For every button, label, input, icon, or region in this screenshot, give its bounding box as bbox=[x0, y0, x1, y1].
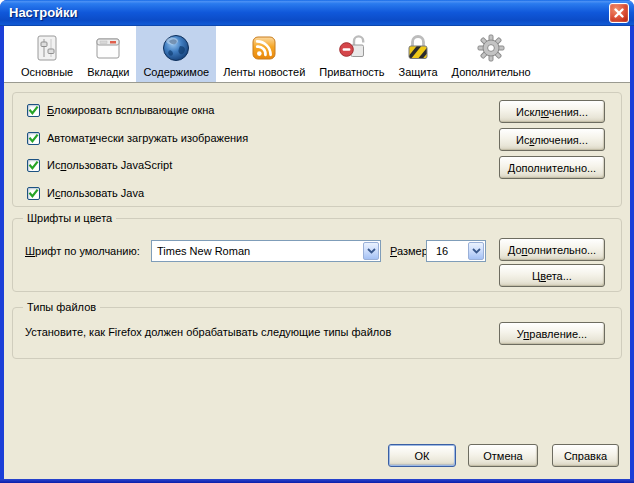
selected-size-value: 16 bbox=[427, 245, 467, 257]
tab-feeds[interactable]: Ленты новостей bbox=[216, 26, 312, 82]
titlebar[interactable]: Настройки bbox=[0, 0, 634, 26]
tab-label: Ленты новостей bbox=[223, 66, 305, 78]
browsing-options-group: Блокировать всплывающие окна Автоматичес… bbox=[12, 92, 622, 207]
tab-label: Защита bbox=[399, 66, 438, 78]
close-button[interactable] bbox=[609, 3, 629, 23]
tab-label: Содержимое bbox=[143, 66, 209, 78]
striped-padlock-icon bbox=[402, 32, 434, 64]
popup-exceptions-button[interactable]: Исключения... bbox=[499, 100, 605, 123]
tab-strip: Основные Вкладки bbox=[4, 26, 630, 83]
button-label: Цвета... bbox=[532, 270, 572, 282]
rss-icon bbox=[248, 32, 280, 64]
tab-advanced[interactable]: Дополнительно bbox=[445, 26, 538, 82]
unlocked-padlock-icon bbox=[336, 32, 368, 64]
fonts-advanced-button[interactable]: Дополнительно... bbox=[499, 238, 605, 261]
button-label: Отмена bbox=[483, 450, 522, 462]
file-types-legend: Типы файлов bbox=[23, 301, 100, 313]
checkmark-icon bbox=[28, 133, 39, 143]
tab-general[interactable]: Основные bbox=[14, 26, 80, 82]
checkbox-row-enable-javascript: Использовать JavaScript bbox=[27, 157, 172, 173]
cancel-button[interactable]: Отмена bbox=[468, 444, 538, 467]
button-label: ОК bbox=[415, 450, 430, 462]
button-label: Исключения... bbox=[516, 106, 588, 118]
checkbox-row-block-popups: Блокировать всплывающие окна bbox=[27, 102, 214, 118]
checkbox-label: Использовать Java bbox=[47, 187, 144, 199]
checkbox-label: Блокировать всплывающие окна bbox=[47, 104, 214, 116]
enable-java-checkbox[interactable] bbox=[27, 187, 40, 200]
checkbox-row-load-images: Автоматически загружать изображения bbox=[27, 130, 248, 146]
javascript-advanced-button[interactable]: Дополнительно... bbox=[499, 156, 605, 179]
button-label: Исключения... bbox=[516, 134, 588, 146]
enable-javascript-checkbox[interactable] bbox=[27, 159, 40, 172]
manage-file-types-button[interactable]: Управление... bbox=[499, 322, 605, 345]
tab-label: Вкладки bbox=[87, 66, 129, 78]
tab-tabs[interactable]: Вкладки bbox=[80, 26, 136, 82]
size-label: Размер: bbox=[390, 245, 431, 257]
ok-button[interactable]: ОК bbox=[388, 444, 456, 467]
chevron-down-icon bbox=[468, 242, 484, 260]
default-font-label: Шрифт по умолчанию: bbox=[25, 245, 140, 257]
checkbox-row-enable-java: Использовать Java bbox=[27, 185, 144, 201]
checkbox-label: Использовать JavaScript bbox=[47, 159, 172, 171]
fonts-colors-legend: Шрифты и цвета bbox=[23, 212, 116, 224]
tab-content[interactable]: Содержимое bbox=[136, 26, 216, 82]
tab-label: Основные bbox=[21, 66, 73, 78]
selected-font-value: Times New Roman bbox=[152, 245, 362, 257]
image-exceptions-button[interactable]: Исключения... bbox=[499, 128, 605, 151]
checkmark-icon bbox=[28, 188, 39, 198]
content-panel: Блокировать всплывающие окна Автоматичес… bbox=[4, 83, 630, 479]
tab-label: Приватность bbox=[319, 66, 384, 78]
window-title: Настройки bbox=[9, 5, 78, 20]
help-button[interactable]: Справка bbox=[552, 444, 619, 467]
checkbox-label: Автоматически загружать изображения bbox=[47, 132, 248, 144]
button-label: Дополнительно... bbox=[508, 244, 596, 256]
chevron-down-icon bbox=[363, 242, 379, 260]
fonts-colors-group: Шрифты и цвета Шрифт по умолчанию: Times… bbox=[12, 218, 622, 292]
button-label: Управление... bbox=[517, 328, 587, 340]
load-images-checkbox[interactable] bbox=[27, 132, 40, 145]
globe-icon bbox=[160, 32, 192, 64]
tab-privacy[interactable]: Приватность bbox=[312, 26, 391, 82]
button-label: Дополнительно... bbox=[508, 162, 596, 174]
font-size-select[interactable]: 16 bbox=[426, 240, 486, 262]
browser-window-icon bbox=[92, 32, 124, 64]
colors-button[interactable]: Цвета... bbox=[499, 264, 605, 287]
close-icon bbox=[613, 7, 625, 19]
checkmark-icon bbox=[28, 105, 39, 115]
default-font-select[interactable]: Times New Roman bbox=[151, 240, 381, 262]
settings-window: Настройки Основные bbox=[0, 0, 634, 483]
button-label: Справка bbox=[564, 450, 607, 462]
dialog-body: Основные Вкладки bbox=[4, 26, 630, 479]
tab-security[interactable]: Защита bbox=[392, 26, 445, 82]
checkmark-icon bbox=[28, 160, 39, 170]
block-popups-checkbox[interactable] bbox=[27, 104, 40, 117]
file-types-description: Установите, как Firefox должен обрабатыв… bbox=[25, 326, 391, 338]
tab-label: Дополнительно bbox=[452, 66, 531, 78]
sliders-icon bbox=[31, 32, 63, 64]
file-types-group: Типы файлов Установите, как Firefox долж… bbox=[12, 307, 622, 359]
gear-icon bbox=[475, 32, 507, 64]
